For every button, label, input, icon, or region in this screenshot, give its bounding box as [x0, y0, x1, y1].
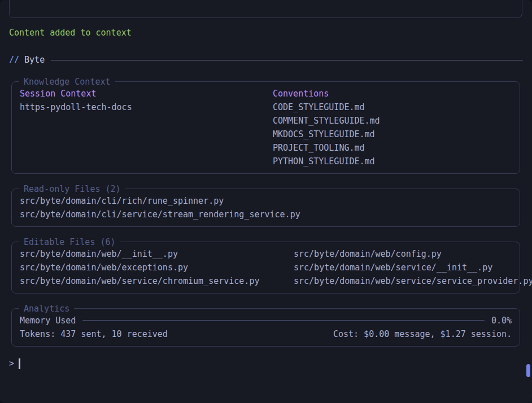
list-item: src/byte/domain/web/service/chromium_ser… — [20, 274, 294, 288]
scrollbar-thumb[interactable] — [526, 364, 530, 377]
memory-used-label: Memory Used — [20, 314, 76, 327]
list-item: src/byte/domain/web/service/__init__.py — [294, 261, 512, 274]
list-item: src/byte/domain/web/__init__.py — [20, 247, 294, 261]
terminal-window: Content added to context // Byte Knowled… — [0, 0, 532, 403]
session-context-column: Session Context https-pydoll-tech-docs — [20, 87, 273, 168]
editable-files-box-title: Editable Files (6) — [19, 235, 120, 249]
knowledge-context-box-title: Knowledge Context — [19, 75, 115, 89]
context-added-message: Content added to context — [9, 26, 523, 40]
command-prompt[interactable]: > — [9, 357, 523, 370]
editable-files-right-column: src/byte/domain/web/config.py src/byte/d… — [294, 247, 512, 288]
list-item: src/byte/domain/web/service/service_prov… — [294, 274, 512, 288]
list-item: src/byte/domain/cli/rich/rune_spinner.py — [20, 194, 512, 208]
conventions-column: Conventions CODE_STYLEGUIDE.md COMMENT_S… — [273, 87, 512, 168]
list-item: PYTHON_STYLEGUIDE.md — [273, 155, 512, 168]
app-title: Byte — [24, 53, 45, 67]
memory-progress-bar — [82, 320, 485, 321]
editable-files-box: Editable Files (6) src/byte/domain/web/_… — [11, 242, 520, 294]
analytics-box-title: Analytics — [19, 302, 74, 316]
editable-files-left-column: src/byte/domain/web/__init__.py src/byte… — [20, 247, 294, 288]
tokens-summary: Tokens: 437 sent, 10 received — [20, 327, 168, 341]
header-rule — [51, 60, 523, 60]
list-item: src/byte/domain/web/exceptions.py — [20, 261, 294, 274]
list-item: https-pydoll-tech-docs — [20, 100, 273, 114]
list-item: MKDOCS_STYLEGUIDE.md — [273, 128, 512, 141]
list-item: PROJECT_TOOLING.md — [273, 141, 512, 155]
cost-summary: Cost: $0.00 message, $1.27 session. — [333, 327, 512, 341]
previous-output-box — [9, 0, 522, 18]
readonly-files-box-title: Read-only Files (2) — [19, 182, 125, 196]
comment-slashes-icon: // — [9, 53, 19, 67]
list-item: CODE_STYLEGUIDE.md — [273, 100, 512, 114]
list-item: src/byte/domain/cli/service/stream_rende… — [20, 208, 512, 221]
session-context-heading: Session Context — [20, 87, 273, 100]
analytics-box: Analytics Memory Used 0.0% Tokens: 437 s… — [11, 308, 520, 347]
list-item: src/byte/domain/web/config.py — [294, 247, 512, 261]
prompt-symbol: > — [9, 357, 14, 370]
list-item: COMMENT_STYLEGUIDE.md — [273, 114, 512, 128]
knowledge-context-box: Knowledge Context Session Context https-… — [11, 81, 520, 174]
text-cursor — [19, 358, 20, 369]
byte-header: // Byte — [9, 53, 523, 67]
conventions-heading: Conventions — [273, 87, 512, 100]
readonly-files-box: Read-only Files (2) src/byte/domain/cli/… — [11, 189, 520, 227]
memory-used-value: 0.0% — [491, 314, 512, 327]
